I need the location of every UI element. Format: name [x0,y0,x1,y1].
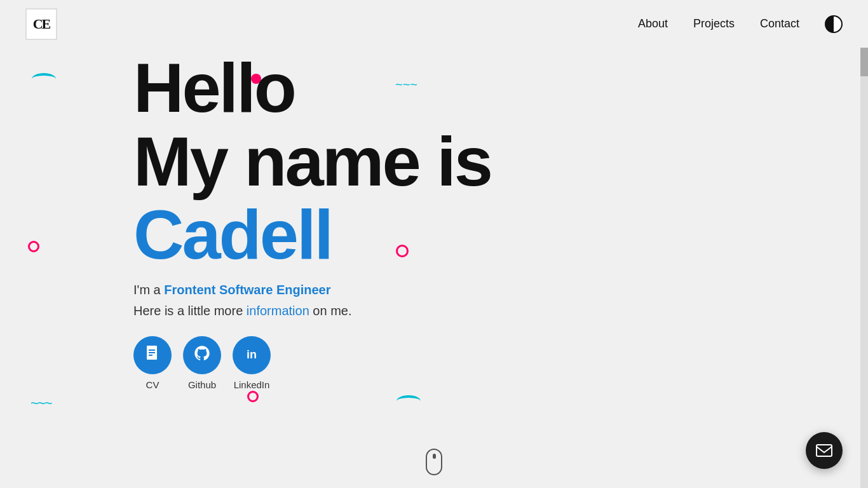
deco-arch-teal-bottomright [397,395,421,407]
theme-toggle-button[interactable] [825,15,843,33]
hero-info: Here is a little more information on me. [133,304,868,318]
information-link[interactable]: information [247,304,309,318]
linkedin-icon: in [247,348,257,362]
navbar: CE About Projects Contact [0,0,868,48]
hero-cadell: Cadell [133,198,868,271]
deco-dot-pink-linkedin [247,391,259,402]
main-content: Hello My name is Cadell I'm a Frontent S… [0,0,868,390]
social-buttons: CV Github in LinkedIn [133,336,868,390]
github-button[interactable]: Github [183,336,221,390]
subtitle-prefix: I'm a [133,283,164,297]
deco-squiggle-teal-bottomleft: ~~~ [31,395,51,412]
cv-icon [145,344,160,366]
scroll-indicator [426,449,442,475]
logo[interactable]: CE [25,8,57,40]
linkedin-circle: in [233,336,271,374]
cv-circle [133,336,172,374]
svg-rect-4 [817,445,832,456]
mail-icon [816,444,832,457]
github-circle [183,336,221,374]
scroll-dot [433,454,436,459]
github-icon [193,344,211,366]
hero-myname: My name is [133,125,868,198]
cv-button[interactable]: CV [133,336,172,390]
linkedin-label: LinkedIn [234,379,270,390]
github-label: Github [188,379,216,390]
hero-hello: Hello [133,51,868,125]
frontend-engineer-link[interactable]: Frontent Software Engineer [164,283,330,297]
hero-section: Hello My name is Cadell I'm a Frontent S… [133,51,868,390]
nav-projects[interactable]: Projects [693,17,735,30]
hero-subtitle: I'm a Frontent Software Engineer [133,283,868,297]
nav-contact[interactable]: Contact [760,17,799,30]
nav-about[interactable]: About [638,17,668,30]
mail-fab-button[interactable] [806,432,843,469]
nav-links: About Projects Contact [638,15,843,33]
linkedin-button[interactable]: in LinkedIn [233,336,271,390]
info-suffix: on me. [309,304,352,318]
logo-text: CE [33,16,50,32]
cv-label: CV [146,379,159,390]
info-prefix: Here is a little more [133,304,247,318]
